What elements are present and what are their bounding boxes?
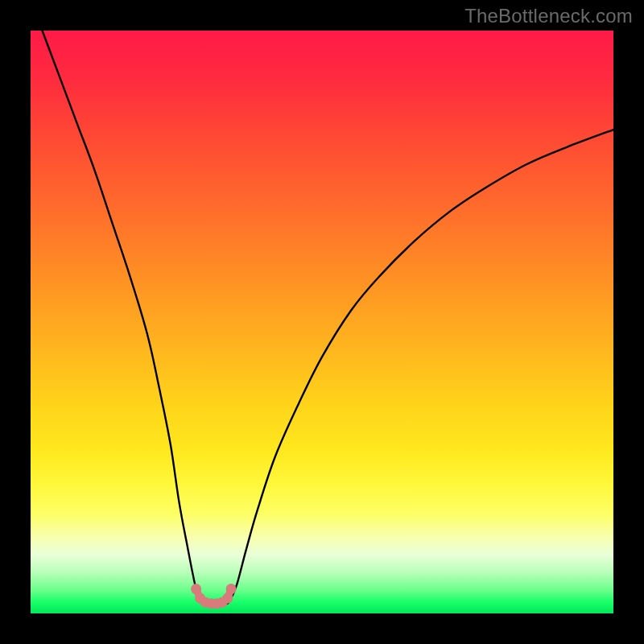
marker-dot xyxy=(191,584,201,594)
marker-dot xyxy=(222,593,233,604)
bottleneck-curve xyxy=(43,31,614,605)
curve-layer xyxy=(31,31,613,613)
chart-frame: TheBottleneck.com xyxy=(0,0,644,644)
bottom-markers xyxy=(191,584,237,609)
marker-dot xyxy=(226,584,237,594)
plot-area xyxy=(31,31,613,613)
watermark-text: TheBottleneck.com xyxy=(464,5,633,27)
